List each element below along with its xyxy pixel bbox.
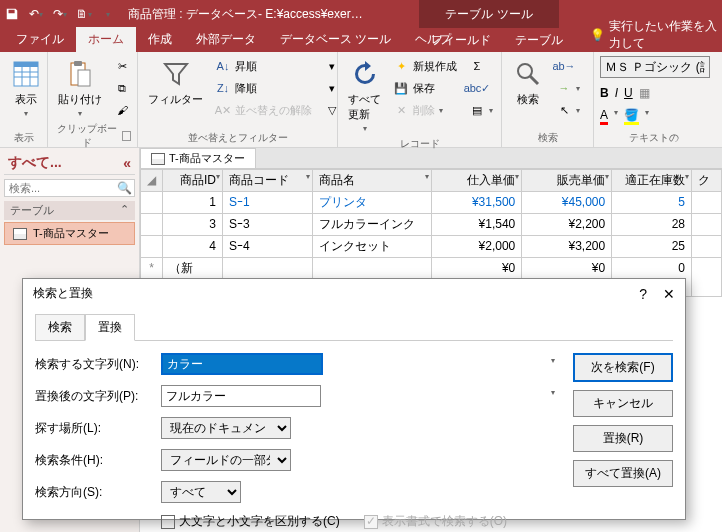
replace-input[interactable] (161, 385, 321, 407)
qat-customize-icon[interactable]: ▾ (100, 6, 116, 22)
table-icon (151, 153, 165, 165)
sort-desc-button[interactable]: Z↓降順 (211, 78, 316, 98)
font-selector[interactable] (600, 56, 710, 78)
tab-external[interactable]: 外部データ (184, 27, 268, 52)
clipboard-dialog-launcher[interactable] (122, 131, 131, 141)
nav-item-product-master[interactable]: T-商品マスター (4, 222, 135, 245)
font-color-button[interactable]: A (600, 108, 608, 125)
search-formatted-checkbox: 表示書式で検索する(O) (364, 513, 507, 530)
match-select[interactable]: フィールドの一部分 (161, 449, 291, 471)
table-row[interactable]: 1 Sｰ1 プリンタ ¥31,500 ¥45,000 5 (141, 192, 722, 214)
col-header-price[interactable]: 販売単価▾ (522, 170, 612, 192)
sort-asc-button[interactable]: A↓昇順 (211, 56, 316, 76)
find-next-button[interactable]: 次を検索(F) (573, 353, 673, 382)
direction-label: 検索方向(S): (35, 484, 155, 501)
svg-rect-7 (74, 61, 82, 66)
copy-icon: ⧉ (114, 80, 130, 96)
filter-button[interactable]: フィルター (144, 56, 207, 109)
match-label: 検索条件(H): (35, 452, 155, 469)
chevron-down-icon[interactable]: ▾ (551, 388, 555, 397)
table-row[interactable]: 3 Sｰ3 フルカラーインク ¥1,540 ¥2,200 28 (141, 214, 722, 236)
underline-button[interactable]: U (624, 86, 633, 100)
close-button[interactable]: ✕ (663, 286, 675, 302)
view-button[interactable]: 表示 ▾ (6, 56, 46, 120)
sort-asc-icon: A↓ (215, 58, 231, 74)
find-label: 検索する文字列(N): (35, 356, 155, 373)
tab-find[interactable]: 検索 (35, 314, 85, 341)
app-title: 商品管理 : データベース- E:¥access¥exer… (128, 6, 363, 23)
table-row[interactable]: 4 Sｰ4 インクセット ¥2,000 ¥3,200 25 (141, 236, 722, 258)
select-all-cell[interactable]: ◢ (141, 170, 163, 192)
document-tab[interactable]: T-商品マスター (140, 148, 256, 168)
bold-button[interactable]: B (600, 86, 609, 100)
dialog-title: 検索と置換 (33, 285, 93, 302)
col-header-more[interactable]: ク (691, 170, 721, 192)
col-header-name[interactable]: 商品名▾ (312, 170, 432, 192)
find-input[interactable] (161, 353, 323, 375)
undo-icon[interactable]: ↶▾ (28, 6, 44, 22)
nav-group-tables[interactable]: テーブル ⌃ (4, 201, 135, 220)
replace-label: 置換後の文字列(P): (35, 388, 155, 405)
spelling-button[interactable]: abc✓ (465, 78, 497, 98)
tab-create[interactable]: 作成 (136, 27, 184, 52)
col-header-code[interactable]: 商品コード▾ (222, 170, 312, 192)
save-record-button[interactable]: 💾保存 (389, 78, 461, 98)
tab-file[interactable]: ファイル (4, 27, 76, 52)
col-header-id[interactable]: 商品ID▾ (163, 170, 223, 192)
cut-button[interactable]: ✂ (110, 56, 134, 76)
italic-button[interactable]: I (615, 86, 618, 100)
replace-button[interactable]: ab→ (552, 56, 584, 76)
save-icon: 💾 (393, 80, 409, 96)
new-record-button[interactable]: ✦新規作成 (389, 56, 461, 76)
svg-rect-8 (78, 70, 90, 86)
save-icon[interactable] (4, 6, 20, 22)
col-header-stock[interactable]: 適正在庫数▾ (612, 170, 692, 192)
new-icon: ✦ (393, 58, 409, 74)
ribbon-tabs: ファイル ホーム 作成 外部データ データベース ツール ヘルプ フィールド テ… (0, 28, 722, 52)
sort-desc-icon: Z↓ (215, 80, 231, 96)
chevron-down-icon[interactable]: ▾ (551, 356, 555, 365)
nav-title[interactable]: すべて... (8, 154, 62, 172)
replace-icon: ab→ (556, 58, 572, 74)
more-icon: ▤ (469, 102, 485, 118)
lightbulb-icon: 💡 (590, 28, 605, 42)
copy-button[interactable]: ⧉ (110, 78, 134, 98)
find-replace-dialog: 検索と置換 ? ✕ 検索 置換 検索する文字列(N): ▾ 置換後の文字列(P)… (22, 278, 686, 520)
print-preview-icon[interactable]: 🗎▾ (76, 6, 92, 22)
select-button[interactable]: ↖▾ (552, 100, 584, 120)
col-header-cost[interactable]: 仕入単価▾ (432, 170, 522, 192)
delete-record-button[interactable]: ✕削除 ▾ (389, 100, 461, 120)
search-icon[interactable]: 🔍 (117, 181, 132, 195)
lookin-label: 探す場所(L): (35, 420, 155, 437)
tab-replace[interactable]: 置換 (85, 314, 135, 341)
nav-search-input[interactable] (4, 179, 135, 197)
lookin-select[interactable]: 現在のドキュメント (161, 417, 291, 439)
replace-all-button[interactable]: すべて置換(A) (573, 460, 673, 487)
find-button[interactable]: 検索 (508, 56, 548, 109)
cancel-button[interactable]: キャンセル (573, 390, 673, 417)
goto-button[interactable]: →▾ (552, 78, 584, 98)
border-button[interactable]: ▦ (639, 86, 650, 100)
tab-dbtools[interactable]: データベース ツール (268, 27, 403, 52)
match-case-checkbox[interactable]: 大文字と小文字を区別する(C) (161, 513, 340, 530)
tell-me-text[interactable]: 実行したい作業を入力して (609, 18, 722, 52)
tab-fields[interactable]: フィールド (419, 28, 503, 53)
sigma-icon: Σ (469, 58, 485, 74)
nav-collapse-icon[interactable]: « (123, 155, 131, 171)
totals-button[interactable]: Σ (465, 56, 497, 76)
tab-table[interactable]: テーブル (503, 28, 575, 53)
tab-home[interactable]: ホーム (76, 27, 136, 52)
spell-icon: abc✓ (469, 80, 485, 96)
more-button[interactable]: ▤▾ (465, 100, 497, 120)
redo-icon[interactable]: ↷▾ (52, 6, 68, 22)
refresh-button[interactable]: すべて 更新 ▾ (344, 56, 385, 135)
replace-button[interactable]: 置換(R) (573, 425, 673, 452)
fill-color-button[interactable]: 🪣 (624, 108, 639, 125)
ribbon: 表示 ▾ 表示 貼り付け ▾ ✂ ⧉ 🖌 クリップボード フィルター (0, 52, 722, 148)
help-button[interactable]: ? (639, 286, 647, 302)
remove-sort-button[interactable]: A✕並べ替えの解除 (211, 100, 316, 120)
format-painter-button[interactable]: 🖌 (110, 100, 134, 120)
paste-button[interactable]: 貼り付け ▾ (54, 56, 106, 120)
direction-select[interactable]: すべて (161, 481, 241, 503)
select-icon: ↖ (556, 102, 572, 118)
